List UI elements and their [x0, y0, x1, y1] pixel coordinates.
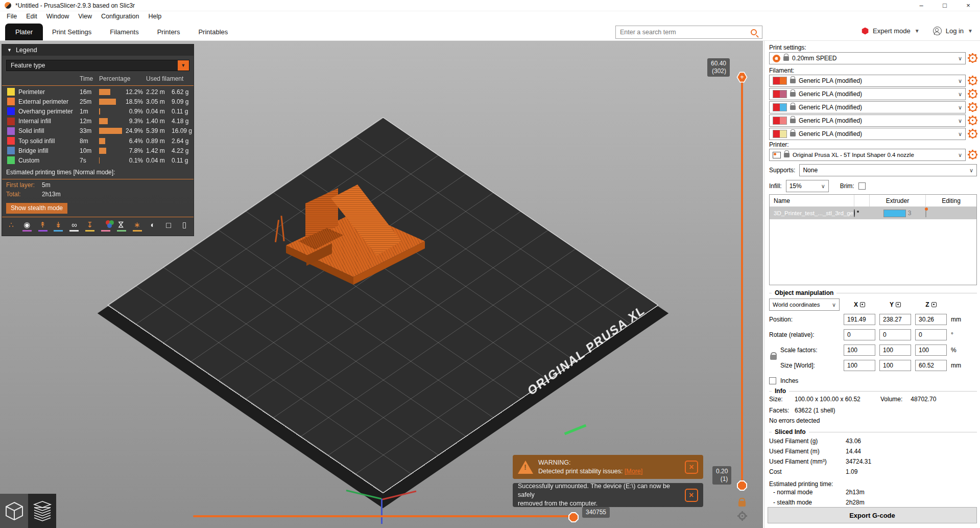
object-row[interactable]: 3D_Printer_test_..._stl_3rd_gen.STL 3: [770, 207, 976, 219]
print-mode-key: - normal mode: [773, 489, 846, 496]
retractions-icon[interactable]: ↟: [38, 220, 48, 232]
brim-checkbox[interactable]: [858, 182, 866, 190]
menu-item-configuration[interactable]: Configuration: [97, 11, 144, 21]
edit-filament-gear-icon[interactable]: [969, 130, 977, 138]
ruler-icon[interactable]: ▯: [179, 220, 189, 232]
chevron-down-icon[interactable]: ▼: [968, 28, 973, 34]
position-y-input[interactable]: [879, 314, 911, 325]
filament-combo-4[interactable]: Generic PLA (modified)∨: [769, 114, 966, 127]
tab-plater[interactable]: Plater: [5, 24, 43, 40]
slider-settings-gear-icon[interactable]: [738, 512, 746, 520]
chevron-down-icon[interactable]: ▼: [915, 28, 920, 34]
editing-column-header[interactable]: Editing: [925, 195, 976, 206]
menu-item-help[interactable]: Help: [144, 11, 166, 21]
3d-editor-view-button[interactable]: [0, 494, 28, 528]
warning-more-link[interactable]: [More]: [625, 468, 642, 475]
feature-color-swatch: [7, 107, 15, 115]
tab-print-settings[interactable]: Print Settings: [43, 24, 101, 40]
object-name[interactable]: 3D_Printer_test_..._stl_3rd_gen.STL: [770, 210, 854, 216]
layer-slider-track[interactable]: [741, 77, 743, 486]
name-column-header[interactable]: Name: [770, 197, 854, 204]
print-settings-combo[interactable]: 0.20mm SPEED ∨: [769, 52, 966, 64]
inches-checkbox[interactable]: [769, 377, 776, 384]
uniform-scale-lock-icon[interactable]: [770, 355, 777, 360]
feature-type-dropdown[interactable]: Feature type ▼: [6, 60, 189, 71]
maximize-button[interactable]: □: [933, 0, 957, 11]
extruder-column-header[interactable]: Extruder: [869, 195, 925, 206]
axis-y-icon[interactable]: [896, 302, 901, 307]
position-x-input[interactable]: [844, 314, 875, 325]
3d-viewport[interactable]: ORIGINAL PRUSA XL ▼ Legend Feature type …: [0, 41, 763, 528]
deretractions-icon[interactable]: ↡: [53, 220, 63, 232]
axis-x-icon[interactable]: [860, 302, 865, 307]
edit-print-settings-gear-icon[interactable]: [969, 54, 977, 62]
search-box[interactable]: [615, 26, 762, 39]
editing-icon[interactable]: [925, 209, 926, 217]
layer-slider-top-handle[interactable]: +: [736, 72, 748, 83]
filament-combo-5[interactable]: Generic PLA (modified)∨: [769, 128, 966, 140]
scale-x-input[interactable]: [844, 345, 875, 356]
slider-lock-icon[interactable]: [738, 501, 746, 507]
login-button[interactable]: Log in: [946, 27, 964, 35]
rotate-z-input[interactable]: [915, 329, 947, 340]
size-y-input[interactable]: [879, 360, 911, 371]
scale-y-input[interactable]: [879, 345, 911, 356]
minimize-button[interactable]: –: [910, 0, 933, 11]
move-slider-track[interactable]: [193, 515, 573, 517]
export-gcode-button[interactable]: Export G-code: [768, 507, 977, 523]
edit-filament-gear-icon[interactable]: [969, 117, 977, 125]
feature-percentage: 0.1%: [129, 157, 146, 164]
menu-item-window[interactable]: Window: [42, 11, 74, 21]
eye-icon[interactable]: [854, 209, 855, 217]
position-z-input[interactable]: [915, 314, 947, 325]
filament-combo-3[interactable]: Generic PLA (modified)∨: [769, 101, 966, 113]
filament-combo-1[interactable]: Generic PLA (modified)∨: [769, 75, 966, 87]
edit-printer-gear-icon[interactable]: [969, 151, 977, 159]
scale-z-input[interactable]: [915, 345, 947, 356]
infill-combo[interactable]: 15% ∨: [786, 180, 829, 192]
collapse-triangle-icon[interactable]: ▼: [7, 48, 12, 53]
edit-filament-gear-icon[interactable]: [969, 90, 977, 98]
feature-meters: 5.39 m: [146, 127, 172, 134]
rotate-y-input[interactable]: [879, 329, 911, 340]
size-x-input[interactable]: [844, 360, 875, 371]
tab-filaments[interactable]: Filaments: [101, 24, 148, 40]
lock-icon: [790, 132, 796, 136]
shells-icon[interactable]: ◻: [163, 220, 174, 232]
seams-icon[interactable]: ∞: [69, 220, 79, 232]
legend-header[interactable]: ▼ Legend: [2, 44, 194, 56]
printer-combo[interactable]: Original Prusa XL - 5T Input Shaper 0.4 …: [769, 149, 966, 161]
wipe-icon[interactable]: ◉: [22, 220, 32, 232]
close-button[interactable]: ×: [957, 0, 980, 11]
search-input[interactable]: [616, 29, 751, 36]
extruder-color-swatch[interactable]: [883, 210, 906, 217]
show-stealth-mode-button[interactable]: Show stealth mode: [6, 203, 67, 214]
menu-item-file[interactable]: File: [2, 11, 21, 21]
rotate-x-input[interactable]: [844, 329, 875, 340]
filament-combo-2[interactable]: Generic PLA (modified)∨: [769, 88, 966, 100]
close-icon[interactable]: ×: [685, 461, 698, 474]
edit-filament-gear-icon[interactable]: [969, 103, 977, 111]
size-z-input[interactable]: [915, 360, 947, 371]
menu-item-view[interactable]: View: [74, 11, 97, 21]
layer-slider-bottom-handle[interactable]: [737, 480, 747, 491]
edit-filament-gear-icon[interactable]: [969, 77, 977, 85]
tab-printables[interactable]: Printables: [189, 24, 237, 40]
mode-selector[interactable]: Expert mode: [873, 27, 911, 35]
move-slider-handle[interactable]: [568, 512, 579, 522]
center-of-gravity-icon[interactable]: ◐: [148, 220, 158, 232]
axis-z-icon[interactable]: [931, 302, 937, 307]
search-icon[interactable]: [751, 29, 757, 35]
pause-prints-icon[interactable]: ⋈: [116, 220, 127, 232]
supports-combo[interactable]: None ∨: [799, 164, 977, 176]
dropdown-arrow-icon[interactable]: ▼: [178, 60, 189, 71]
preview-view-button[interactable]: [28, 494, 56, 528]
color-changes-icon[interactable]: [101, 220, 111, 232]
travel-icon[interactable]: ∴: [6, 220, 16, 232]
close-icon[interactable]: ×: [685, 489, 698, 502]
coordinates-combo[interactable]: World coordinates ∨: [769, 299, 840, 311]
custom-gcodes-icon[interactable]: ∗: [132, 220, 142, 232]
menu-item-edit[interactable]: Edit: [21, 11, 42, 21]
tab-printers[interactable]: Printers: [148, 24, 189, 40]
tool-changes-icon[interactable]: ↧: [85, 220, 95, 232]
